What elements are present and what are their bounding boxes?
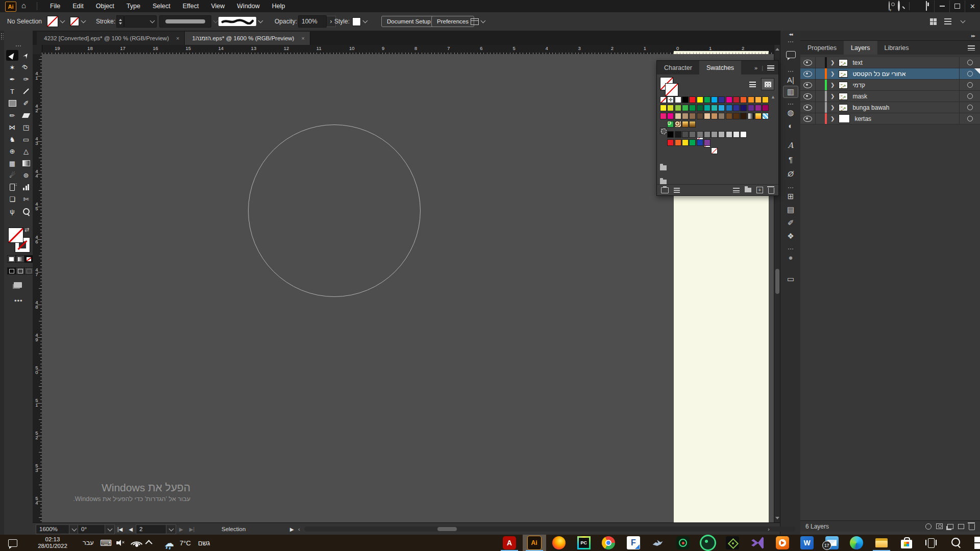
artboard-dropdown-chevron[interactable] [166,524,176,534]
dock-artboard-panel-icon[interactable]: ▭ [780,274,801,284]
swatch-none[interactable] [660,96,667,103]
dock-comments-icon[interactable] [780,51,801,58]
layer-name[interactable]: אחורי עם כל הקטסט [852,70,905,78]
delete-layer-icon[interactable] [969,524,975,530]
swatch-color[interactable] [748,105,754,111]
draw-inside-mode[interactable] [24,267,33,274]
paint-mode-color[interactable] [7,255,16,263]
layer-target-icon[interactable] [967,93,973,99]
volume-muted-icon[interactable]: × [116,535,125,551]
swatch-color[interactable] [697,96,703,103]
draw-behind-mode[interactable] [16,267,24,274]
swatch-color[interactable] [689,96,696,103]
taskbar-mediaplayer[interactable] [771,535,794,551]
swatch-color[interactable] [660,105,667,111]
layer-row-4[interactable]: ❯mask [800,91,980,102]
ruler-origin-corner[interactable] [33,45,42,54]
swatch-kinds-icon[interactable] [674,188,680,193]
action-center-icon[interactable] [8,535,17,551]
scale-tool[interactable]: ◳ [20,122,32,133]
first-artboard-icon[interactable]: |◀ [117,527,122,532]
document-setup-button[interactable]: Document Setup [381,12,436,31]
visibility-eye-icon[interactable] [803,93,812,99]
taskbar-androidstudio[interactable] [696,535,720,551]
layer-name[interactable]: mask [852,93,867,100]
lasso-tool[interactable]: ϱ [20,62,32,73]
column-graph-tool[interactable] [20,182,32,193]
taskbar-firefox[interactable] [547,535,571,551]
swatch-color[interactable] [682,113,689,119]
dock-transform-icon[interactable]: ⊞ [780,192,801,201]
swatch-color[interactable] [697,131,703,138]
type-tool[interactable]: T [6,86,18,97]
swatch-color[interactable] [675,113,681,119]
gradient-tool[interactable] [20,158,32,169]
shape-builder-tool[interactable]: ⊕ [6,146,18,157]
close-tab-icon[interactable]: × [301,35,304,41]
swatch-color[interactable] [697,139,703,146]
taskbar-explorer[interactable] [870,535,893,551]
swatch-gradyo[interactable] [755,113,762,119]
layer-row-1[interactable]: ❯text [800,57,980,68]
swatch-color[interactable] [718,131,725,138]
mesh-tool[interactable]: ▦ [6,158,18,169]
direct-selection-tool[interactable] [20,50,32,61]
swatch-color[interactable] [667,105,674,111]
menu-file[interactable]: File [44,0,66,12]
panel-menu-icon[interactable] [968,45,975,51]
swatch-color[interactable] [697,113,703,119]
taskbar-bluej[interactable] [647,535,670,551]
swatch-patblue[interactable] [762,113,769,119]
document-tab-1[interactable]: 4232 [Converted].eps* @ 100 % (RGB/Previ… [37,32,185,45]
locate-object-icon[interactable] [925,523,932,530]
swatch-color[interactable] [733,96,740,103]
taskbar-store[interactable] [895,535,918,551]
swatch-color[interactable] [726,105,732,111]
workspace-switcher-icon[interactable] [926,2,927,11]
taskbar-acrobat[interactable]: A [498,535,521,551]
artboard-number-dropdown[interactable]: 2 [136,524,166,534]
rotation-dropdown[interactable]: 0° [78,523,115,535]
taskbar-start[interactable] [969,535,980,551]
new-swatch-icon[interactable]: + [756,187,763,193]
swatch-color[interactable] [704,113,710,119]
width-profile-dropdown[interactable] [159,12,217,31]
share-user-icon[interactable] [889,2,890,11]
eraser-tool[interactable] [20,110,32,121]
selection-tool[interactable] [6,50,18,61]
free-transform-tool[interactable]: ▭ [20,134,32,145]
layer-name[interactable]: קדמי [852,82,865,89]
stroke-weight-dropdown[interactable] [124,12,157,31]
close-button[interactable]: ✕ [965,1,980,12]
taskbar-word[interactable]: W [795,535,819,551]
document-tab-2[interactable]: הזמנה1.eps* @ 1600 % (RGB/Preview)× [185,32,310,45]
zoom-level-dropdown[interactable]: 1600% [36,523,79,535]
taskbar-taskview[interactable] [919,535,943,551]
menu-effect[interactable]: Effect [177,0,205,12]
dock-pathfinder-icon[interactable]: ▤ [780,205,801,214]
home-icon[interactable]: ⌂ [21,1,26,10]
swatch-color[interactable] [718,113,725,119]
control-panel-icon[interactable] [944,12,951,31]
swatch-options-icon[interactable] [733,188,740,193]
swatch-color[interactable] [667,113,674,119]
swatch-color[interactable] [682,131,689,138]
menu-view[interactable]: View [205,0,231,12]
shaper-tool[interactable]: ✏ [6,110,18,121]
menu-edit[interactable]: Edit [66,0,90,12]
vertical-scroll-thumb[interactable] [775,269,779,294]
swatch-none-style[interactable] [711,147,718,154]
menu-type[interactable]: Type [120,0,146,12]
swatch-color[interactable] [762,96,769,103]
layer-row-5[interactable]: ❯bunga bawah [800,102,980,113]
layer-name[interactable]: text [852,59,862,66]
swatch-color[interactable] [733,131,740,138]
dock-artboards-icon[interactable]: ▥ [780,86,801,98]
taskbar-visualstudio[interactable] [746,535,769,551]
tab-properties[interactable]: Properties [800,41,844,55]
menu-help[interactable]: Help [266,0,291,12]
taskbar-mail[interactable]: 17 [820,535,844,551]
dock-links-icon[interactable]: ● [780,253,801,262]
swatch-color[interactable] [740,105,747,111]
weather-temperature[interactable]: 7°C [180,535,191,551]
